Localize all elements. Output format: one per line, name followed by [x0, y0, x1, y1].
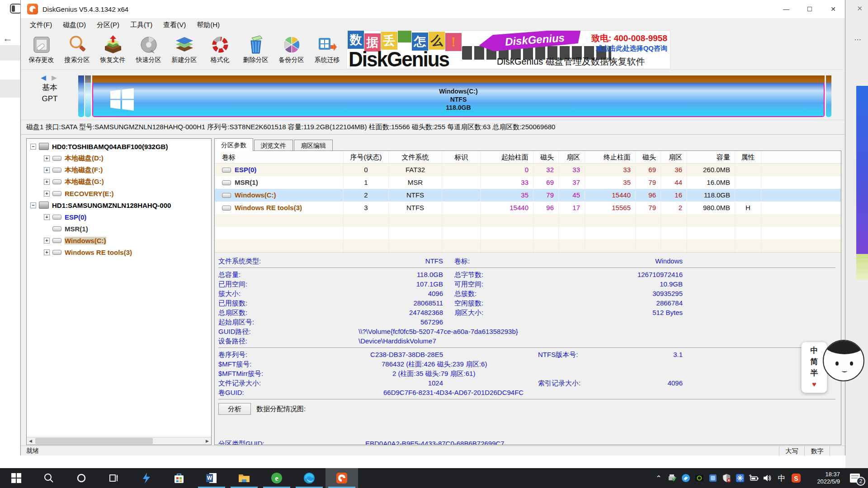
intel-graphics-tray-icon[interactable] — [706, 468, 720, 488]
tree-item-local-f[interactable]: +本地磁盘(F:) — [27, 164, 211, 176]
tab-browse-files[interactable]: 浏览文件 — [254, 140, 293, 151]
tab-partition-params[interactable]: 分区参数 — [214, 138, 253, 151]
tree-item-recovery-e[interactable]: +RECOVERY(E:) — [27, 188, 211, 199]
ime-indicator[interactable]: 中 — [774, 473, 789, 483]
table-row-row-esp[interactable]: ESP(0)0FAT3203233336936260.0MB — [215, 164, 841, 176]
menu-item-help[interactable]: 帮助(H) — [191, 19, 225, 30]
ime-mode-simplified[interactable]: 简 — [811, 356, 818, 367]
snowflake-tray-icon[interactable] — [733, 468, 747, 488]
cortana-button[interactable] — [65, 468, 98, 488]
ime-mode-chinese[interactable]: 中 — [811, 345, 818, 356]
tab-sector-edit[interactable]: 扇区编辑 — [294, 140, 333, 151]
speaker-tray-icon[interactable] — [760, 468, 774, 488]
scrollbar-thumb[interactable] — [35, 438, 153, 444]
search-partition-button[interactable]: 搜索分区 — [59, 32, 95, 69]
menu-item-file[interactable]: 文件(F) — [24, 19, 57, 30]
promo-banner[interactable]: 数据丢怎么！ DiskGenius DiskGenius 致电: 400-008… — [346, 30, 670, 69]
scroll-left-arrow-icon[interactable]: ◀ — [27, 437, 34, 445]
format-button[interactable]: 格式化 — [202, 32, 238, 69]
prev-disk-arrow-icon[interactable]: ◀ — [41, 74, 48, 81]
tree-item-windows-c[interactable]: +Windows(C:) — [27, 235, 211, 246]
defender-tray-icon[interactable] — [720, 468, 733, 488]
plus-expander-icon[interactable]: + — [44, 191, 50, 197]
column-header: 属性 — [735, 151, 761, 164]
delete-partition-button[interactable]: 删除分区 — [238, 32, 274, 69]
scroll-right-arrow-icon[interactable]: ▶ — [203, 437, 211, 445]
quick-partition-button[interactable]: 快速分区 — [131, 32, 166, 69]
menu-item-view[interactable]: 查看(V) — [158, 19, 191, 30]
sogou-tray-icon[interactable]: S — [789, 468, 803, 488]
edge-button[interactable] — [293, 468, 326, 488]
backup-partition-button[interactable]: 备份分区 — [274, 32, 309, 69]
heart-icon[interactable]: ♥ — [812, 379, 816, 390]
menu-item-partition[interactable]: 分区(P) — [91, 19, 125, 30]
partition-bar-esp[interactable] — [78, 75, 84, 117]
minus-expander-icon[interactable]: − — [30, 144, 36, 150]
plus-expander-icon[interactable]: + — [44, 167, 50, 173]
taskbar-clock[interactable]: 18:37 2022/5/9 — [803, 471, 842, 485]
tree-item-hd0[interactable]: −HD0:TOSHIBAMQ04ABF100(932GB) — [27, 141, 211, 152]
plus-expander-icon[interactable]: + — [44, 214, 50, 220]
maximize-button[interactable]: ☐ — [798, 0, 821, 18]
plus-expander-icon[interactable]: + — [44, 238, 50, 244]
table-row-row-windows[interactable]: Windows(C:)2NTFS357945154409616118.0GB — [215, 189, 841, 202]
back-arrow-icon[interactable]: ← — [3, 33, 13, 44]
system-migrate-button[interactable]: 系统迁移 — [309, 32, 345, 69]
ime-mascot-avatar[interactable] — [823, 340, 864, 381]
tree-item-label: Windows RE tools(3) — [65, 249, 132, 256]
tree-item-label: HD1:SAMSUNGMZNLN128HAHQ-000 — [52, 202, 171, 209]
taskbar-search-button[interactable] — [33, 468, 65, 488]
minus-expander-icon[interactable]: − — [30, 202, 36, 208]
tree-item-windows-re[interactable]: +Windows RE tools(3) — [27, 246, 211, 258]
table-row-row-re[interactable]: Windows RE tools(3)3NTFS1544096171556579… — [215, 202, 841, 214]
battery-tray-icon[interactable] — [747, 468, 760, 488]
banner-logo-text: DiskGenius — [349, 47, 449, 69]
diskgenius-taskbar-button[interactable] — [326, 468, 358, 488]
notification-center-button[interactable]: 2 — [842, 468, 868, 488]
save-changes-button[interactable]: 保存更改 — [24, 32, 59, 69]
file-explorer-button[interactable] — [228, 468, 260, 488]
nvidia-tray-icon[interactable] — [693, 468, 706, 488]
browser-360-button[interactable]: e — [260, 468, 293, 488]
next-disk-arrow-icon[interactable]: ▶ — [52, 74, 59, 81]
volume-label-cell: ESP(0) — [215, 164, 344, 176]
tree-horizontal-scrollbar[interactable]: ◀ ▶ — [27, 437, 211, 445]
task-view-button[interactable] — [98, 468, 130, 488]
plus-expander-icon[interactable]: + — [44, 179, 50, 185]
partition-bar-msr[interactable] — [85, 75, 91, 117]
plus-expander-icon[interactable]: + — [44, 155, 50, 161]
detail-value: 512 Bytes — [535, 308, 683, 317]
scrollbar-track[interactable] — [34, 437, 203, 445]
start-button[interactable] — [0, 468, 33, 488]
tree-item-esp-0[interactable]: +ESP(0) — [27, 211, 211, 223]
tree-item-msr-1[interactable]: MSR(1) — [27, 223, 211, 235]
thunder-app-button[interactable] — [130, 468, 163, 488]
minimize-button[interactable]: — — [774, 0, 798, 18]
ime-status-pill[interactable]: 中 简 半 ♥ — [801, 342, 827, 393]
new-partition-button[interactable]: 新建分区 — [166, 32, 202, 69]
word-app-button[interactable]: W — [195, 468, 228, 488]
printer-tray-icon[interactable] — [665, 468, 679, 488]
microsoft-store-button[interactable] — [163, 468, 195, 488]
menu-item-disk[interactable]: 磁盘(D) — [57, 19, 91, 30]
partition-bar-windows-re[interactable] — [826, 75, 831, 117]
table-row-row-msr[interactable]: MSR(1)1MSR33693735794416.0MB — [215, 176, 841, 189]
menu-item-tools[interactable]: 工具(T) — [125, 19, 158, 30]
bird-app-tray-icon[interactable] — [679, 468, 693, 488]
banner-qq-link[interactable]: 或点击此处选择QQ咨询 — [596, 44, 667, 53]
tree-item-local-g[interactable]: +本地磁盘(G:) — [27, 176, 211, 188]
allocation-map-label: 数据分配情况图: — [256, 405, 306, 413]
tree-item-hd1[interactable]: −HD1:SAMSUNGMZNLN128HAHQ-000 — [27, 199, 211, 211]
analyze-button[interactable]: 分析 — [218, 403, 251, 415]
volume-label: Windows RE tools(3) — [235, 202, 302, 214]
ime-floating-widget[interactable]: 中 简 半 ♥ — [801, 340, 864, 396]
tree-item-local-d[interactable]: +本地磁盘(D:) — [27, 152, 211, 164]
recover-files-button[interactable]: 恢复文件 — [95, 32, 131, 69]
partition-bar-windows-c[interactable]: Windows(C:) NTFS 118.0GB — [92, 75, 825, 117]
plus-expander-icon[interactable]: + — [44, 249, 50, 255]
table-cell: 16.0MB — [687, 176, 735, 189]
ime-mode-halfwidth[interactable]: 半 — [811, 367, 818, 379]
table-cell: 15440 — [585, 189, 636, 202]
tray-chevron-icon[interactable]: ⌃ — [652, 468, 665, 488]
close-button[interactable]: ✕ — [821, 0, 845, 18]
